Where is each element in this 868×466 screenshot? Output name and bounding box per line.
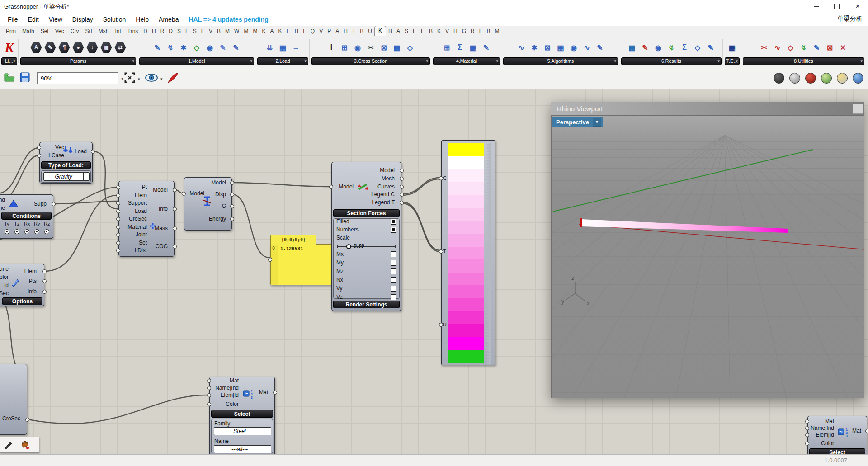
viewport-mode-dropdown[interactable]: Perspective ▼: [552, 117, 603, 127]
tab-q-29[interactable]: Q: [308, 27, 317, 36]
tab-m-51[interactable]: M: [492, 27, 501, 36]
mat-out-pin-0[interactable]: [273, 391, 277, 395]
tab-v-17[interactable]: V: [207, 27, 215, 36]
param-number-icon[interactable]: ¶: [58, 42, 70, 53]
modelview-vz-checkbox[interactable]: [391, 294, 396, 300]
assemble-in-pin-6[interactable]: [116, 233, 120, 237]
node-model-view[interactable]: Section Forces Render Settings ModelMode…: [331, 162, 401, 311]
legend-display[interactable]: CTR: [441, 140, 495, 365]
tab-e-26[interactable]: E: [284, 27, 292, 36]
param-section-icon[interactable]: A: [30, 42, 42, 53]
mat-in-pin-2[interactable]: [207, 393, 211, 397]
cursor-icon[interactable]: ⊠: [825, 42, 835, 53]
gh-canvas[interactable]: Type of Load: Gravity VecLCaseLoad Condi…: [0, 89, 868, 454]
menu-item-file[interactable]: File: [3, 16, 23, 23]
menu-item-edit[interactable]: Edit: [23, 16, 44, 23]
load-type-dropdown[interactable]: Gravity: [43, 172, 90, 181]
assemble-in-pin-3[interactable]: [116, 209, 120, 213]
support-cond-ry-radio[interactable]: [34, 229, 39, 234]
group-dropdown-arrow-icon[interactable]: ▾: [250, 58, 252, 64]
point-load-icon[interactable]: ◉: [204, 42, 215, 53]
tab-h-46[interactable]: H: [451, 27, 460, 36]
legend-in-pin-t[interactable]: [439, 249, 443, 254]
node-support[interactable]: Conditions os|IndPlaneSuppTyTzRxRyRz: [0, 194, 53, 239]
tab-math-1[interactable]: Math: [19, 27, 38, 36]
beamview-icon[interactable]: ✎: [640, 42, 651, 53]
toolbox-pen-icon[interactable]: [4, 440, 14, 450]
tab-vec-3[interactable]: Vec: [52, 27, 67, 36]
reaction-icon[interactable]: ↯: [666, 42, 677, 53]
crosec-range-icon[interactable]: ⊞: [339, 42, 350, 53]
param-ball-icon[interactable]: ●: [72, 42, 84, 53]
param-arrow-icon[interactable]: ↓: [86, 42, 98, 53]
scale-slider-handle[interactable]: [346, 244, 351, 249]
support-cond-tz-radio[interactable]: [14, 229, 19, 234]
node-cross-section[interactable]: CroSec: [0, 364, 27, 435]
param-hatch-icon[interactable]: ▦: [100, 42, 112, 53]
modelview-mx-checkbox[interactable]: [391, 251, 396, 257]
mat-in-pin-0[interactable]: [207, 379, 211, 383]
toolbar-group-label[interactable]: Params▾: [20, 57, 136, 65]
mat2-in-pin-1[interactable]: [805, 426, 809, 430]
mapper-icon[interactable]: ✎: [811, 42, 822, 53]
material-list-icon[interactable]: ▦: [468, 42, 479, 53]
shellview-icon[interactable]: ◉: [653, 42, 664, 53]
group-dropdown-arrow-icon[interactable]: ▾: [132, 58, 134, 64]
line-proj-icon[interactable]: ↯: [798, 42, 809, 53]
panel-in-pin[interactable]: [268, 258, 272, 262]
tab-w-20[interactable]: W: [232, 27, 241, 36]
mat2-in-pin-0[interactable]: [805, 419, 809, 424]
assemble-in-pin-1[interactable]: [116, 193, 120, 198]
group-dropdown-arrow-icon[interactable]: ▾: [496, 58, 498, 64]
optimize-icon[interactable]: ✱: [529, 42, 540, 53]
param-flow-icon[interactable]: ⇄: [114, 42, 126, 53]
minimize-button[interactable]: [806, 0, 826, 13]
toolbox-bucket-icon[interactable]: [19, 439, 30, 450]
tab-b-50[interactable]: B: [484, 27, 492, 36]
tab-a-39[interactable]: A: [394, 27, 402, 36]
node-material-select-2[interactable]: 123 Select MatName|IndElem|IdColorMat: [807, 416, 867, 454]
tab-a-24[interactable]: A: [268, 27, 276, 36]
group-dropdown-arrow-icon[interactable]: ▾: [13, 58, 15, 64]
nodal-disp-icon[interactable]: ◇: [692, 42, 703, 53]
green-preview-sphere[interactable]: [821, 73, 832, 84]
natural-vibes-icon[interactable]: ◉: [568, 42, 579, 53]
blue-preview-sphere[interactable]: [853, 73, 863, 84]
load-out-pin-0[interactable]: [91, 150, 95, 154]
modelview-my-checkbox[interactable]: [391, 260, 396, 266]
toolbar-group-label[interactable]: 8.Utilities▾: [743, 57, 864, 65]
modelview-out-pin-1[interactable]: [400, 177, 404, 181]
open-file-icon[interactable]: [4, 71, 15, 83]
tab-b-38[interactable]: B: [386, 27, 394, 36]
sketch-pen-icon[interactable]: [166, 71, 180, 85]
group-dropdown-arrow-icon[interactable]: ▾: [304, 58, 307, 64]
toolbar-group-label[interactable]: Li…▾: [1, 57, 17, 65]
param-pen-icon[interactable]: ✎: [44, 42, 56, 53]
utilization-icon[interactable]: Σ: [679, 42, 690, 53]
menu-item-solution[interactable]: Solution: [98, 16, 131, 23]
assemble-in-pin-7[interactable]: [116, 241, 120, 245]
group-dropdown-arrow-icon[interactable]: ▾: [717, 58, 720, 64]
tab-b-35[interactable]: B: [358, 27, 366, 36]
modelview-out-pin-3[interactable]: [400, 193, 404, 197]
mesh-load-icon[interactable]: ▦: [278, 42, 288, 53]
modelview-numbers-checkbox[interactable]: [391, 227, 396, 233]
tab-r-11[interactable]: R: [158, 27, 167, 36]
menu-item-ameba[interactable]: Ameba: [154, 16, 184, 23]
modelview-icon[interactable]: ▦: [627, 42, 637, 53]
load-type-dropdown-button[interactable]: [83, 173, 89, 180]
tab-m-22[interactable]: M: [250, 27, 259, 36]
bckling-icon[interactable]: ⊠: [542, 42, 553, 53]
options-out-pin-0[interactable]: [42, 269, 47, 273]
analyze-icon[interactable]: ∿: [516, 42, 527, 53]
tab-s-15[interactable]: S: [191, 27, 199, 36]
tab-e-42[interactable]: E: [419, 27, 427, 36]
mat-family-dropdown[interactable]: Steel: [214, 427, 271, 435]
tab-d-12[interactable]: D: [166, 27, 175, 36]
tab-k-25[interactable]: K: [276, 27, 284, 36]
tab-l-28[interactable]: L: [301, 27, 308, 36]
toolbar-group-label[interactable]: 5.Algorithms▾: [503, 57, 618, 65]
tab-a-32[interactable]: A: [333, 27, 341, 36]
modelview-filled-checkbox[interactable]: [391, 219, 396, 225]
options-out-pin-1[interactable]: [42, 279, 47, 283]
